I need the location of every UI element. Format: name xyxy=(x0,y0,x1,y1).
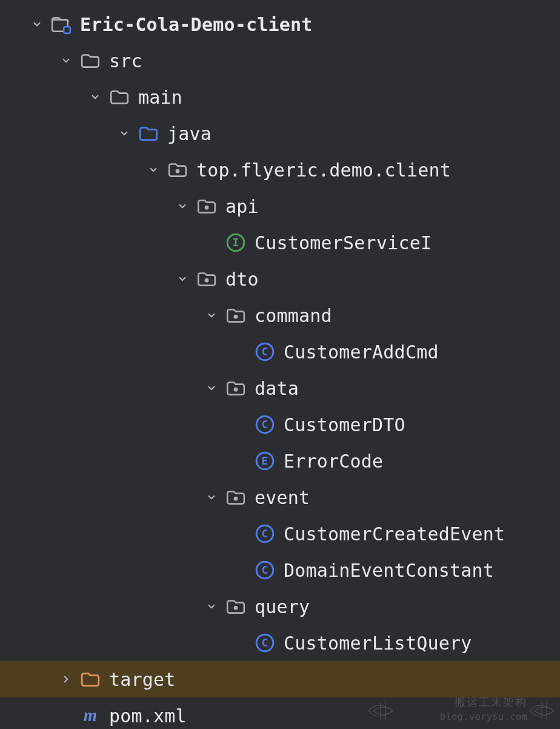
tree-node-package-root[interactable]: top.flyeric.demo.client xyxy=(0,152,560,188)
class-icon: C xyxy=(255,414,275,435)
node-label: query xyxy=(255,596,310,617)
svg-point-15 xyxy=(234,497,238,501)
tree-node-interface[interactable]: I CustomerServiceI xyxy=(0,224,560,261)
folder-icon xyxy=(109,87,130,107)
enum-icon: E xyxy=(255,451,275,471)
chevron-right-icon[interactable] xyxy=(59,673,73,686)
node-label: ErrorCode xyxy=(284,451,383,472)
tree-node-class[interactable]: C DomainEventConstant xyxy=(0,552,560,588)
tree-node-package-dto[interactable]: dto xyxy=(0,261,560,297)
chevron-down-icon[interactable] xyxy=(176,272,189,286)
package-icon xyxy=(225,378,246,398)
node-label: CustomerCreatedEvent xyxy=(284,523,505,545)
chevron-down-icon[interactable] xyxy=(176,200,189,213)
svg-text:m: m xyxy=(84,705,97,725)
tree-node-package-query[interactable]: query xyxy=(0,588,560,625)
package-icon xyxy=(167,160,188,180)
svg-point-2 xyxy=(176,169,180,173)
node-label: Eric-Cola-Demo-client xyxy=(80,14,313,35)
chevron-down-icon[interactable] xyxy=(205,309,218,322)
chevron-down-icon[interactable] xyxy=(205,600,218,613)
tree-node-package-api[interactable]: api xyxy=(0,188,560,224)
node-label: api xyxy=(225,196,259,217)
chevron-down-icon[interactable] xyxy=(205,381,218,395)
svg-text:E: E xyxy=(262,454,268,467)
package-icon xyxy=(225,487,246,508)
node-label: CustomerListQuery xyxy=(284,633,472,654)
tree-node-module-root[interactable]: Eric-Cola-Demo-client xyxy=(0,6,560,42)
tree-node-package-event[interactable]: event xyxy=(0,479,560,516)
chevron-down-icon[interactable] xyxy=(147,163,160,176)
node-label: data xyxy=(255,378,299,399)
folder-icon xyxy=(80,50,101,71)
chevron-down-icon[interactable] xyxy=(205,491,218,504)
node-label: pom.xml xyxy=(109,705,187,727)
node-label: CustomerDTO xyxy=(284,414,405,435)
svg-point-3 xyxy=(205,206,209,210)
node-label: main xyxy=(138,87,182,108)
tree-node-enum[interactable]: E ErrorCode xyxy=(0,443,560,479)
node-label: command xyxy=(255,305,332,326)
svg-rect-1 xyxy=(64,27,70,33)
chevron-down-icon[interactable] xyxy=(59,54,73,67)
node-label: top.flyeric.demo.client xyxy=(196,160,451,181)
svg-text:C: C xyxy=(262,418,268,431)
project-tree[interactable]: Eric-Cola-Demo-client src main xyxy=(0,0,560,729)
svg-point-20 xyxy=(234,606,238,610)
tree-node-class[interactable]: C CustomerAddCmd xyxy=(0,334,560,370)
excluded-folder-icon xyxy=(80,669,101,690)
tree-node-class[interactable]: C CustomerCreatedEvent xyxy=(0,516,560,552)
svg-text:C: C xyxy=(262,527,268,540)
chevron-down-icon[interactable] xyxy=(30,18,44,31)
tree-node-class[interactable]: C CustomerDTO xyxy=(0,406,560,443)
node-label: DomainEventConstant xyxy=(284,560,494,581)
tree-node-package-data[interactable]: data xyxy=(0,370,560,406)
package-icon xyxy=(225,596,246,617)
tree-node-class[interactable]: C CustomerListQuery xyxy=(0,625,560,661)
node-label: dto xyxy=(225,269,259,290)
tree-node-folder-main[interactable]: main xyxy=(0,79,560,115)
node-label: CustomerServiceI xyxy=(255,232,432,254)
class-icon: C xyxy=(255,560,275,580)
node-label: CustomerAddCmd xyxy=(284,341,439,363)
tree-node-package-command[interactable]: command xyxy=(0,297,560,334)
svg-text:C: C xyxy=(262,345,268,358)
tree-node-maven-file[interactable]: m pom.xml xyxy=(0,697,560,729)
class-icon: C xyxy=(255,341,275,362)
svg-point-10 xyxy=(234,388,238,392)
maven-icon: m xyxy=(80,705,101,726)
node-label: src xyxy=(109,50,142,72)
package-icon xyxy=(225,305,246,326)
class-icon: C xyxy=(255,633,275,653)
class-icon: C xyxy=(255,523,275,544)
node-label: event xyxy=(255,487,310,508)
chevron-down-icon[interactable] xyxy=(118,127,131,140)
node-label: java xyxy=(167,123,212,144)
node-label: target xyxy=(109,669,176,690)
svg-text:C: C xyxy=(262,636,268,649)
chevron-down-icon[interactable] xyxy=(88,90,102,104)
tree-node-folder-java[interactable]: java xyxy=(0,115,560,152)
interface-icon: I xyxy=(225,232,246,253)
source-root-icon xyxy=(138,123,159,144)
package-icon xyxy=(196,196,217,217)
tree-node-folder-src[interactable]: src xyxy=(0,42,560,79)
module-icon xyxy=(51,14,72,35)
svg-point-7 xyxy=(234,315,238,319)
svg-point-6 xyxy=(205,278,209,283)
tree-node-folder-target[interactable]: target xyxy=(0,661,560,697)
svg-text:C: C xyxy=(262,563,268,576)
package-icon xyxy=(196,269,217,289)
svg-text:I: I xyxy=(233,236,239,249)
